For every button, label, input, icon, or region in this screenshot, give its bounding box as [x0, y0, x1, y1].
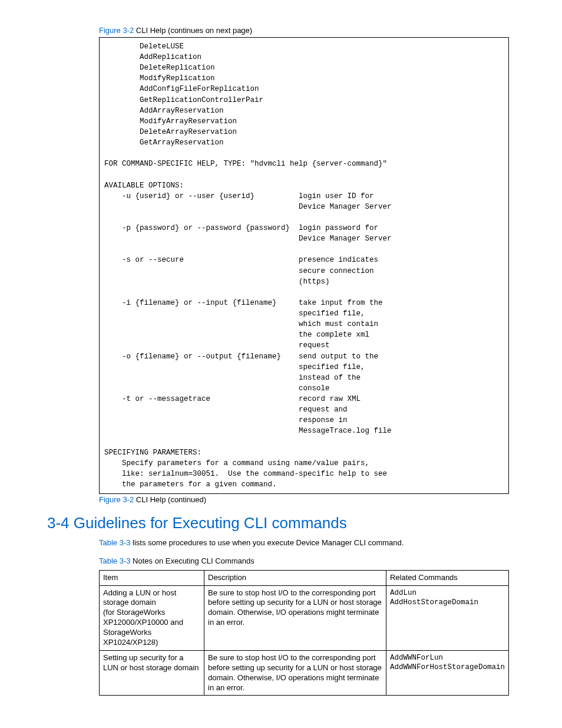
- col-item: Item: [100, 570, 204, 585]
- table-link-intro[interactable]: Table 3-3: [99, 538, 130, 547]
- cell-cmds: AddLun AddHostStorageDomain: [386, 585, 508, 650]
- cell-desc: Be sure to stop host I/O to the correspo…: [204, 585, 386, 650]
- figure-link-bottom[interactable]: Figure 3-2: [99, 495, 134, 504]
- table-caption-rest: Notes on Executing CLI Commands: [130, 556, 254, 565]
- intro-paragraph: Table 3-3 lists some procedures to use w…: [99, 538, 509, 548]
- cell-item: Setting up security for a LUN or host st…: [100, 650, 204, 696]
- cell-desc: Be sure to stop host I/O to the correspo…: [204, 650, 386, 696]
- cell-cmds: AddWWNForLun AddWWNForHostStorageDomain: [386, 650, 508, 696]
- col-description: Description: [204, 570, 386, 585]
- table-row: Setting up security for a LUN or host st…: [100, 650, 509, 696]
- table-row: Adding a LUN or host storage domain (for…: [100, 585, 509, 650]
- section-heading: 3-4 Guidelines for Executing CLI command…: [47, 513, 509, 533]
- cell-item: Adding a LUN or host storage domain (for…: [100, 585, 204, 650]
- figure-caption-bottom-text: CLI Help (continued): [134, 495, 206, 504]
- table-caption: Table 3-3 Notes on Executing CLI Command…: [99, 556, 509, 566]
- table-header-row: Item Description Related Commands: [100, 570, 509, 585]
- cli-help-box: DeleteLUSE AddReplication DeleteReplicat…: [99, 37, 509, 494]
- figure-link-top[interactable]: Figure 3-2: [99, 26, 134, 35]
- intro-rest: lists some procedures to use when you ex…: [130, 538, 404, 547]
- figure-caption-top-text: CLI Help (continues on next page): [134, 26, 252, 35]
- col-commands: Related Commands: [386, 570, 508, 585]
- table-link-caption[interactable]: Table 3-3: [99, 556, 130, 565]
- figure-caption-top: Figure 3-2 CLI Help (continues on next p…: [99, 26, 509, 36]
- figure-caption-bottom: Figure 3-2 CLI Help (continued): [99, 495, 509, 505]
- notes-table: Item Description Related Commands Adding…: [99, 570, 509, 696]
